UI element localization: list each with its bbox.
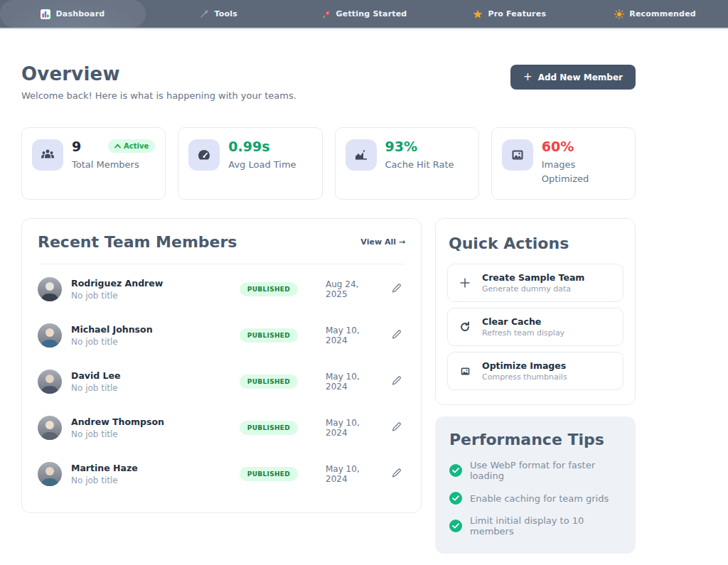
stat-value: 60% — [542, 139, 625, 154]
member-row[interactable]: David Lee No job title PUBLISHED May 10,… — [38, 360, 405, 403]
stat-card-images-optimized: 60% Images Optimized — [491, 127, 636, 200]
check-circle-icon — [449, 464, 462, 477]
sun-icon — [614, 9, 624, 19]
pencil-icon — [392, 330, 401, 339]
stat-card-total-members: 9 Active Total Members — [21, 127, 166, 200]
optimize-images-button[interactable]: Optimize Images Compress thumbnails — [447, 352, 623, 390]
page-content: Overview Welcome back! Here is what is h… — [0, 29, 636, 554]
star-icon — [473, 9, 483, 19]
top-nav: Dashboard Tools Getting Started Pro Feat… — [0, 0, 728, 29]
tab-getting-started[interactable]: Getting Started — [291, 0, 437, 28]
tip-text: Enable caching for team grids — [470, 493, 609, 504]
member-row[interactable]: Andrew Thompson No job title PUBLISHED M… — [38, 407, 405, 449]
edit-member-button[interactable] — [390, 421, 402, 435]
member-job-title: No job title — [71, 291, 230, 301]
stat-value: 9 — [72, 139, 81, 154]
stat-card-cache-hit-rate: 93% Cache Hit Rate — [335, 127, 479, 200]
view-all-link[interactable]: View All → — [360, 237, 405, 247]
tip-item: Enable caching for team grids — [449, 492, 621, 505]
member-name: David Lee — [71, 370, 230, 381]
add-new-member-label: Add New Member — [538, 72, 623, 82]
stat-label: Cache Hit Rate — [385, 158, 464, 172]
avatar — [38, 370, 62, 394]
avatar — [38, 277, 62, 301]
pencil-icon — [392, 376, 401, 385]
create-sample-team-button[interactable]: Create Sample Team Generate dummy data — [447, 264, 623, 302]
members-panel-title: Recent Team Members — [38, 233, 237, 251]
edit-member-button[interactable] — [390, 328, 402, 343]
tab-label: Dashboard — [55, 9, 105, 18]
published-badge: PUBLISHED — [240, 282, 298, 296]
page-title: Overview — [21, 63, 296, 85]
tab-pro-features[interactable]: Pro Features — [437, 0, 582, 28]
action-subtitle: Generate dummy data — [482, 284, 584, 294]
edit-member-button[interactable] — [390, 375, 402, 389]
speedometer-icon — [188, 139, 220, 171]
tab-label: Pro Features — [488, 9, 546, 18]
active-badge-label: Active — [124, 142, 149, 150]
published-badge: PUBLISHED — [240, 375, 298, 389]
member-job-title: No job title — [71, 337, 230, 347]
stat-value: 0.99s — [228, 139, 311, 154]
clear-cache-button[interactable]: Clear Cache Refresh team display — [447, 308, 623, 346]
plus-icon: + — [523, 72, 532, 82]
avatar — [38, 462, 62, 486]
plus-icon — [458, 277, 472, 289]
member-job-title: No job title — [71, 429, 230, 439]
bar-chart-icon — [41, 9, 50, 19]
stat-value: 93% — [385, 139, 469, 154]
performance-tips-panel: Performance Tips Use WebP format for fas… — [435, 416, 636, 554]
member-date: May 10, 2024 — [326, 464, 381, 484]
chevron-up-icon — [114, 144, 121, 149]
refresh-icon — [458, 321, 472, 333]
action-subtitle: Refresh team display — [482, 328, 564, 338]
member-date: May 10, 2024 — [326, 325, 381, 345]
recent-members-panel: Recent Team Members View All → Rodriguez… — [21, 218, 422, 513]
add-new-member-button[interactable]: + Add New Member — [510, 65, 636, 90]
member-name: Rodriguez Andrew — [71, 278, 230, 289]
tip-text: Use WebP format for faster loading — [470, 460, 621, 481]
tab-recommended[interactable]: Recommended — [582, 0, 728, 28]
action-title: Create Sample Team — [482, 272, 584, 283]
action-title: Clear Cache — [482, 316, 564, 327]
right-column: Quick Actions Create Sample Team Generat… — [435, 218, 636, 554]
pencil-icon — [392, 468, 401, 478]
published-badge: PUBLISHED — [240, 467, 298, 481]
page-header: Overview Welcome back! Here is what is h… — [21, 63, 636, 101]
member-job-title: No job title — [71, 383, 230, 393]
published-badge: PUBLISHED — [240, 421, 298, 435]
check-circle-icon — [449, 492, 462, 505]
stat-label: Avg Load Time — [228, 158, 306, 172]
action-title: Optimize Images — [482, 360, 567, 371]
edit-member-button[interactable] — [390, 467, 402, 481]
quick-actions-panel: Quick Actions Create Sample Team Generat… — [435, 218, 636, 405]
tab-label: Getting Started — [336, 9, 407, 18]
wrench-icon — [199, 9, 209, 19]
active-status-badge: Active — [108, 139, 155, 153]
member-row[interactable]: Michael Johnson No job title PUBLISHED M… — [38, 314, 405, 357]
team-icon — [32, 139, 63, 171]
chart-icon — [346, 139, 377, 171]
stats-row: 9 Active Total Members 0.99s Avg Load Ti… — [21, 127, 636, 200]
member-name: Martine Haze — [71, 463, 230, 473]
member-date: May 10, 2024 — [326, 372, 381, 392]
member-row[interactable]: Martine Haze No job title PUBLISHED May … — [38, 453, 405, 495]
rocket-icon — [321, 9, 331, 19]
page-subtitle: Welcome back! Here is what is happening … — [21, 90, 296, 101]
check-circle-icon — [449, 520, 462, 532]
stat-label: Images Optimized — [542, 158, 620, 186]
published-badge: PUBLISHED — [240, 328, 298, 343]
tab-tools[interactable]: Tools — [146, 0, 291, 28]
member-job-title: No job title — [71, 475, 230, 485]
tip-item: Use WebP format for faster loading — [449, 460, 621, 481]
tab-dashboard[interactable]: Dashboard — [0, 0, 146, 28]
tip-text: Limit initial display to 10 members — [470, 515, 621, 537]
page-header-text: Overview Welcome back! Here is what is h… — [21, 63, 296, 101]
image-icon — [502, 139, 533, 171]
stat-label: Total Members — [72, 158, 150, 172]
pencil-icon — [392, 422, 401, 431]
image-icon — [458, 365, 472, 377]
member-row[interactable]: Rodriguez Andrew No job title PUBLISHED … — [38, 268, 405, 311]
edit-member-button[interactable] — [390, 282, 402, 296]
tab-label: Tools — [214, 9, 237, 18]
